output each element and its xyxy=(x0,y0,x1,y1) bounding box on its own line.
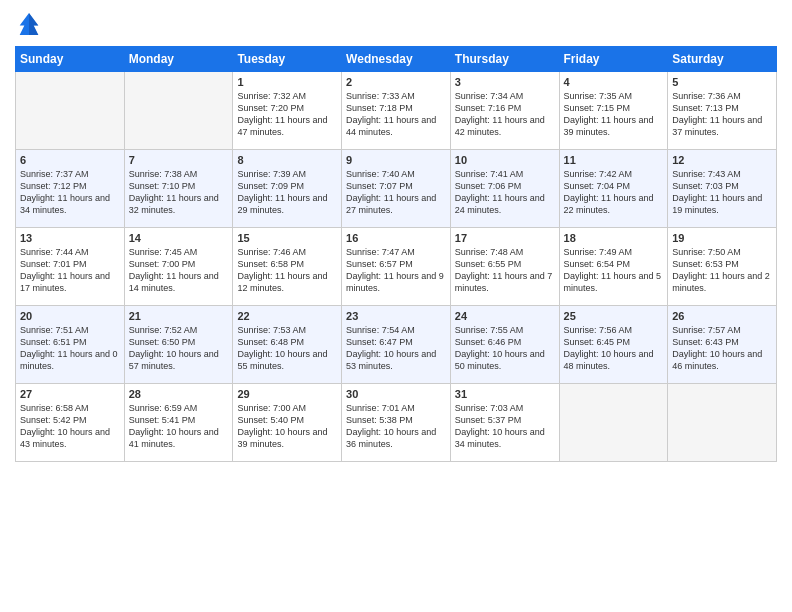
day-info: Sunrise: 7:41 AM Sunset: 7:06 PM Dayligh… xyxy=(455,168,555,217)
day-info: Sunrise: 7:48 AM Sunset: 6:55 PM Dayligh… xyxy=(455,246,555,295)
calendar-cell: 16Sunrise: 7:47 AM Sunset: 6:57 PM Dayli… xyxy=(342,228,451,306)
day-number: 3 xyxy=(455,76,555,88)
calendar-week-row: 1Sunrise: 7:32 AM Sunset: 7:20 PM Daylig… xyxy=(16,72,777,150)
day-info: Sunrise: 7:33 AM Sunset: 7:18 PM Dayligh… xyxy=(346,90,446,139)
day-info: Sunrise: 7:57 AM Sunset: 6:43 PM Dayligh… xyxy=(672,324,772,373)
calendar-cell: 31Sunrise: 7:03 AM Sunset: 5:37 PM Dayli… xyxy=(450,384,559,462)
calendar-cell: 2Sunrise: 7:33 AM Sunset: 7:18 PM Daylig… xyxy=(342,72,451,150)
day-info: Sunrise: 7:52 AM Sunset: 6:50 PM Dayligh… xyxy=(129,324,229,373)
day-info: Sunrise: 7:03 AM Sunset: 5:37 PM Dayligh… xyxy=(455,402,555,451)
weekday-header-monday: Monday xyxy=(124,47,233,72)
logo xyxy=(15,10,47,38)
day-number: 6 xyxy=(20,154,120,166)
calendar-cell: 27Sunrise: 6:58 AM Sunset: 5:42 PM Dayli… xyxy=(16,384,125,462)
calendar-cell: 23Sunrise: 7:54 AM Sunset: 6:47 PM Dayli… xyxy=(342,306,451,384)
weekday-header-saturday: Saturday xyxy=(668,47,777,72)
weekday-header-row: SundayMondayTuesdayWednesdayThursdayFrid… xyxy=(16,47,777,72)
weekday-header-wednesday: Wednesday xyxy=(342,47,451,72)
day-number: 19 xyxy=(672,232,772,244)
day-number: 22 xyxy=(237,310,337,322)
day-number: 25 xyxy=(564,310,664,322)
day-number: 27 xyxy=(20,388,120,400)
day-number: 14 xyxy=(129,232,229,244)
calendar-week-row: 27Sunrise: 6:58 AM Sunset: 5:42 PM Dayli… xyxy=(16,384,777,462)
weekday-header-thursday: Thursday xyxy=(450,47,559,72)
day-info: Sunrise: 7:38 AM Sunset: 7:10 PM Dayligh… xyxy=(129,168,229,217)
day-info: Sunrise: 7:01 AM Sunset: 5:38 PM Dayligh… xyxy=(346,402,446,451)
calendar-cell: 29Sunrise: 7:00 AM Sunset: 5:40 PM Dayli… xyxy=(233,384,342,462)
header xyxy=(15,10,777,38)
day-number: 16 xyxy=(346,232,446,244)
day-number: 2 xyxy=(346,76,446,88)
calendar-cell: 20Sunrise: 7:51 AM Sunset: 6:51 PM Dayli… xyxy=(16,306,125,384)
day-info: Sunrise: 7:45 AM Sunset: 7:00 PM Dayligh… xyxy=(129,246,229,295)
calendar-cell: 9Sunrise: 7:40 AM Sunset: 7:07 PM Daylig… xyxy=(342,150,451,228)
day-number: 4 xyxy=(564,76,664,88)
weekday-header-sunday: Sunday xyxy=(16,47,125,72)
day-number: 13 xyxy=(20,232,120,244)
day-info: Sunrise: 7:50 AM Sunset: 6:53 PM Dayligh… xyxy=(672,246,772,295)
calendar-cell xyxy=(559,384,668,462)
day-number: 10 xyxy=(455,154,555,166)
calendar-cell: 19Sunrise: 7:50 AM Sunset: 6:53 PM Dayli… xyxy=(668,228,777,306)
calendar-cell: 24Sunrise: 7:55 AM Sunset: 6:46 PM Dayli… xyxy=(450,306,559,384)
calendar-cell xyxy=(124,72,233,150)
day-number: 24 xyxy=(455,310,555,322)
calendar-cell: 15Sunrise: 7:46 AM Sunset: 6:58 PM Dayli… xyxy=(233,228,342,306)
weekday-header-friday: Friday xyxy=(559,47,668,72)
calendar-week-row: 13Sunrise: 7:44 AM Sunset: 7:01 PM Dayli… xyxy=(16,228,777,306)
day-number: 9 xyxy=(346,154,446,166)
day-number: 30 xyxy=(346,388,446,400)
calendar-cell: 4Sunrise: 7:35 AM Sunset: 7:15 PM Daylig… xyxy=(559,72,668,150)
day-info: Sunrise: 7:00 AM Sunset: 5:40 PM Dayligh… xyxy=(237,402,337,451)
day-info: Sunrise: 7:35 AM Sunset: 7:15 PM Dayligh… xyxy=(564,90,664,139)
day-info: Sunrise: 7:40 AM Sunset: 7:07 PM Dayligh… xyxy=(346,168,446,217)
day-info: Sunrise: 7:46 AM Sunset: 6:58 PM Dayligh… xyxy=(237,246,337,295)
calendar-cell xyxy=(16,72,125,150)
logo-icon xyxy=(15,10,43,38)
day-number: 1 xyxy=(237,76,337,88)
day-number: 23 xyxy=(346,310,446,322)
calendar-cell: 22Sunrise: 7:53 AM Sunset: 6:48 PM Dayli… xyxy=(233,306,342,384)
calendar-cell: 11Sunrise: 7:42 AM Sunset: 7:04 PM Dayli… xyxy=(559,150,668,228)
calendar-cell: 10Sunrise: 7:41 AM Sunset: 7:06 PM Dayli… xyxy=(450,150,559,228)
day-info: Sunrise: 7:36 AM Sunset: 7:13 PM Dayligh… xyxy=(672,90,772,139)
day-number: 21 xyxy=(129,310,229,322)
day-info: Sunrise: 7:43 AM Sunset: 7:03 PM Dayligh… xyxy=(672,168,772,217)
calendar-cell: 8Sunrise: 7:39 AM Sunset: 7:09 PM Daylig… xyxy=(233,150,342,228)
calendar-table: SundayMondayTuesdayWednesdayThursdayFrid… xyxy=(15,46,777,462)
calendar-cell: 3Sunrise: 7:34 AM Sunset: 7:16 PM Daylig… xyxy=(450,72,559,150)
day-info: Sunrise: 7:55 AM Sunset: 6:46 PM Dayligh… xyxy=(455,324,555,373)
calendar-cell: 18Sunrise: 7:49 AM Sunset: 6:54 PM Dayli… xyxy=(559,228,668,306)
day-info: Sunrise: 7:49 AM Sunset: 6:54 PM Dayligh… xyxy=(564,246,664,295)
day-info: Sunrise: 7:37 AM Sunset: 7:12 PM Dayligh… xyxy=(20,168,120,217)
calendar-week-row: 6Sunrise: 7:37 AM Sunset: 7:12 PM Daylig… xyxy=(16,150,777,228)
calendar-week-row: 20Sunrise: 7:51 AM Sunset: 6:51 PM Dayli… xyxy=(16,306,777,384)
day-info: Sunrise: 7:32 AM Sunset: 7:20 PM Dayligh… xyxy=(237,90,337,139)
day-info: Sunrise: 6:58 AM Sunset: 5:42 PM Dayligh… xyxy=(20,402,120,451)
day-number: 15 xyxy=(237,232,337,244)
day-info: Sunrise: 7:56 AM Sunset: 6:45 PM Dayligh… xyxy=(564,324,664,373)
calendar-cell: 5Sunrise: 7:36 AM Sunset: 7:13 PM Daylig… xyxy=(668,72,777,150)
day-info: Sunrise: 7:42 AM Sunset: 7:04 PM Dayligh… xyxy=(564,168,664,217)
day-number: 28 xyxy=(129,388,229,400)
day-info: Sunrise: 7:54 AM Sunset: 6:47 PM Dayligh… xyxy=(346,324,446,373)
calendar-cell: 13Sunrise: 7:44 AM Sunset: 7:01 PM Dayli… xyxy=(16,228,125,306)
day-number: 26 xyxy=(672,310,772,322)
day-number: 11 xyxy=(564,154,664,166)
weekday-header-tuesday: Tuesday xyxy=(233,47,342,72)
page: SundayMondayTuesdayWednesdayThursdayFrid… xyxy=(0,0,792,612)
day-number: 17 xyxy=(455,232,555,244)
day-info: Sunrise: 7:53 AM Sunset: 6:48 PM Dayligh… xyxy=(237,324,337,373)
day-info: Sunrise: 7:39 AM Sunset: 7:09 PM Dayligh… xyxy=(237,168,337,217)
calendar-cell: 30Sunrise: 7:01 AM Sunset: 5:38 PM Dayli… xyxy=(342,384,451,462)
calendar-cell: 26Sunrise: 7:57 AM Sunset: 6:43 PM Dayli… xyxy=(668,306,777,384)
calendar-cell: 1Sunrise: 7:32 AM Sunset: 7:20 PM Daylig… xyxy=(233,72,342,150)
calendar-cell: 12Sunrise: 7:43 AM Sunset: 7:03 PM Dayli… xyxy=(668,150,777,228)
day-number: 18 xyxy=(564,232,664,244)
calendar-cell xyxy=(668,384,777,462)
calendar-cell: 17Sunrise: 7:48 AM Sunset: 6:55 PM Dayli… xyxy=(450,228,559,306)
calendar-cell: 25Sunrise: 7:56 AM Sunset: 6:45 PM Dayli… xyxy=(559,306,668,384)
day-number: 12 xyxy=(672,154,772,166)
calendar-cell: 28Sunrise: 6:59 AM Sunset: 5:41 PM Dayli… xyxy=(124,384,233,462)
